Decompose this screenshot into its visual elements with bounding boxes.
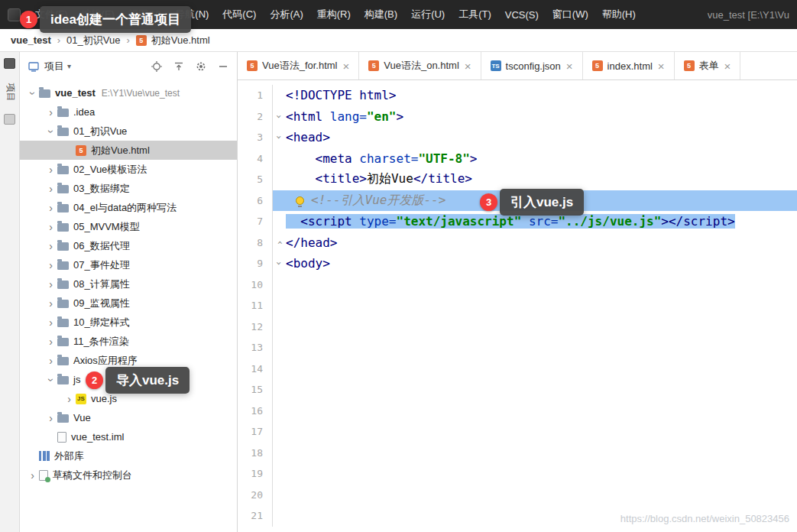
tree-item[interactable]: ›草稿文件和控制台 [20,466,237,485]
code-line[interactable]: 16 [238,401,797,422]
editor-tab[interactable]: 5Vue语法_on.html× [359,52,481,79]
locate-file-icon[interactable] [151,60,163,73]
chevron-right-icon[interactable]: › [44,202,57,214]
chevron-right-icon[interactable]: › [44,355,57,367]
project-panel-title[interactable]: 项目 [44,60,64,73]
tree-item[interactable]: ›03_数据绑定 [20,179,237,198]
tree-item[interactable]: ›11_条件渲染 [20,332,237,351]
fold-collapse-icon[interactable]: › [274,236,285,249]
tab-close-icon[interactable]: × [465,60,471,72]
project-tool-icon[interactable] [4,58,15,69]
code-line[interactable]: 14 [238,358,797,380]
code-line-content [273,274,797,296]
watermark-text: https://blog.csdn.net/weixin_50823456 [620,513,789,524]
tree-item[interactable]: 5初始Vue.html [20,141,237,160]
editor-tab[interactable]: 5Vue语法_for.html× [238,52,359,79]
menu-item[interactable]: 代码(C) [215,8,263,21]
code-token: <!--引入Vue开发版--> [311,193,445,207]
chevron-right-icon[interactable]: › [26,469,39,482]
tree-item[interactable]: vue_test.iml [20,427,237,446]
chevron-right-icon[interactable]: › [44,106,57,118]
code-lines[interactable]: 1<!DOCTYPE html>2›<html lang="en">3›<hea… [238,80,797,532]
code-line-content [273,485,797,506]
line-number: 9 [238,253,273,274]
menu-item[interactable]: 重构(R) [310,8,358,21]
tree-item[interactable]: ›vue_testE:\Y1\Vue\vue_test [20,83,237,102]
fold-expand-icon[interactable]: › [274,110,285,123]
code-line[interactable]: 5 <title>初始Vue</title> [238,169,797,190]
code-line[interactable]: 1<!DOCTYPE html> [238,85,797,106]
menu-item[interactable]: 窗口(W) [546,8,595,21]
chevron-down-icon[interactable]: › [45,125,57,138]
chevron-down-icon[interactable]: › [45,373,57,386]
breadcrumb-item[interactable]: 5初始Vue.html [136,34,210,47]
tree-item[interactable]: ›04_el与data的两种写法 [20,198,237,217]
editor-tab[interactable]: TStsconfig.json× [481,52,583,79]
tree-item[interactable]: ›08_计算属性 [20,274,237,294]
chevron-right-icon[interactable]: › [44,221,57,233]
code-line[interactable]: 15 [238,379,797,401]
chevron-down-icon[interactable]: ▾ [67,62,71,70]
chevron-right-icon[interactable]: › [44,412,57,424]
breadcrumb-label: 01_初识Vue [66,34,120,47]
tree-item[interactable]: ›09_监视属性 [20,294,237,313]
tree-item[interactable]: ›05_MVVM模型 [20,217,237,236]
fold-expand-icon[interactable]: › [274,131,285,144]
fold-expand-icon[interactable]: › [274,257,285,270]
menu-item[interactable]: 运行(U) [404,8,452,21]
chevron-right-icon[interactable]: › [44,183,57,195]
gear-icon[interactable] [195,60,207,73]
structure-tool-icon[interactable] [4,114,15,125]
code-line[interactable]: 19 [238,463,797,485]
chevron-right-icon[interactable]: › [44,259,57,271]
chevron-right-icon[interactable]: › [44,297,57,310]
code-line[interactable]: 2›<html lang="en"> [238,106,797,128]
collapse-all-icon[interactable] [173,60,185,73]
tree-item[interactable]: ›Vue [20,408,237,427]
tree-item[interactable]: ›07_事件处理 [20,255,237,274]
code-line[interactable]: 20 [238,485,797,506]
code-line[interactable]: 13 [238,337,797,358]
code-line[interactable]: 3›<head> [238,127,797,148]
menu-item[interactable]: VCS(S) [498,9,546,21]
code-token: <script [300,214,359,229]
tree-item[interactable]: ›06_数据代理 [20,236,237,255]
tab-close-icon[interactable]: × [343,60,350,72]
tree-item[interactable]: ›01_初识Vue [20,122,237,141]
annotation-3: 3 引入vue.js [480,189,584,216]
menu-item[interactable]: 分析(A) [263,8,309,21]
chevron-right-icon[interactable]: › [44,240,57,252]
menu-item[interactable]: 工具(T) [452,8,498,21]
code-line[interactable]: 8›</head> [238,232,797,254]
menu-item[interactable]: 构建(B) [358,8,404,21]
tab-close-icon[interactable]: × [724,60,731,72]
tree-item[interactable]: ›.idea [20,102,237,122]
editor-tab[interactable]: 5表单× [675,52,741,79]
app-window-icon[interactable] [8,8,21,21]
tab-close-icon[interactable]: × [566,60,573,72]
chevron-down-icon[interactable]: › [27,86,39,99]
tool-strip-project-label[interactable]: 项目 [3,83,16,102]
tree-item[interactable]: ›02_Vue模板语法 [20,160,237,179]
tree-item[interactable]: 外部库 [20,446,237,466]
editor-tab[interactable]: 5index.html× [583,52,675,79]
code-line[interactable]: 4 <meta charset="UTF-8"> [238,148,797,170]
code-line[interactable]: 17 [238,421,797,443]
tab-close-icon[interactable]: × [658,60,665,72]
code-line[interactable]: 12 [238,316,797,338]
breadcrumb-item[interactable]: vue_test [11,34,51,46]
breadcrumb-item[interactable]: 01_初识Vue [66,34,120,47]
chevron-right-icon[interactable]: › [44,164,57,176]
chevron-right-icon[interactable]: › [44,278,57,290]
hide-panel-icon[interactable] [217,60,229,73]
code-line[interactable]: 10 [238,274,797,296]
code-line[interactable]: 18 [238,443,797,464]
chevron-right-icon[interactable]: › [63,393,76,405]
chevron-right-icon[interactable]: › [44,316,57,329]
chevron-right-icon[interactable]: › [44,336,57,348]
code-line[interactable]: 9›<body> [238,253,797,274]
code-line[interactable]: 11 [238,295,797,316]
menu-item[interactable]: 帮助(H) [595,8,643,21]
intention-bulb-icon[interactable] [296,196,304,205]
tree-item[interactable]: ›10_绑定样式 [20,313,237,332]
